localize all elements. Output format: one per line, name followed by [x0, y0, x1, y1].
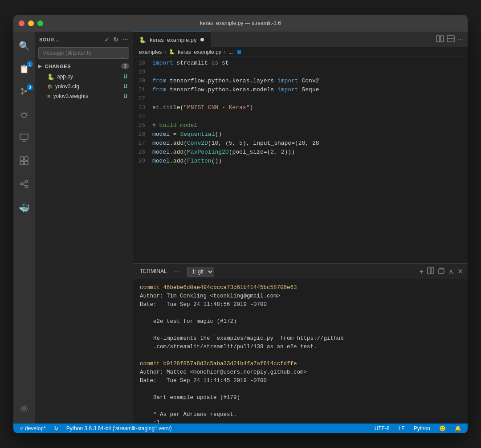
activity-item-remote[interactable] — [13, 128, 35, 149]
window-title: keras_example.py — streamlit-3.6 — [200, 20, 281, 26]
file-item-yolov3-cfg[interactable]: ⚙ yolov3.cfg U — [35, 81, 133, 91]
status-emoji[interactable]: 🙂 — [437, 425, 448, 432]
terminal-body[interactable]: commit 46bebe6d0ae494cbcca73d61bf1445bc5… — [133, 279, 468, 424]
terminal-instance-select[interactable]: 1: git — [187, 267, 214, 277]
file-status-app-py: U — [123, 73, 127, 80]
python-info: Python 3.6.3 64-bit ('streamlit-staging'… — [66, 425, 172, 432]
layout-icon[interactable] — [447, 35, 455, 45]
sidebar-header: SOUR... ✓ ↻ ··· — [35, 32, 133, 47]
terminal-tabs: TERMINAL ··· 1: git + — [133, 264, 468, 279]
code-line-19: 19 — [133, 68, 468, 77]
line-content-27: model.add(Conv2D(10, (5, 5), input_shape… — [152, 139, 319, 148]
tab-terminal[interactable]: TERMINAL — [137, 264, 170, 279]
commit1-blank2 — [140, 326, 461, 334]
terminal-panel: TERMINAL ··· 1: git + — [133, 263, 468, 424]
svg-point-20 — [20, 183, 23, 185]
line-number-22: 22 — [135, 94, 152, 103]
breadcrumb-file[interactable]: keras_example.py — [178, 49, 221, 55]
svg-point-0 — [21, 88, 24, 90]
status-sync[interactable]: ↻ — [52, 425, 60, 432]
svg-line-22 — [23, 182, 26, 183]
maximize-button[interactable] — [37, 20, 43, 26]
sync-icon: ↻ — [54, 425, 58, 432]
code-editor[interactable]: 18 import streamlit as st 19 20 from ten… — [133, 57, 468, 263]
status-python[interactable]: Python 3.6.3 64-bit ('streamlit-staging'… — [65, 425, 174, 432]
line-content-23: st.title("MNIST CNN - Keras") — [152, 103, 253, 112]
minimize-button[interactable] — [28, 20, 34, 26]
breadcrumb-examples[interactable]: examples — [139, 49, 162, 55]
add-terminal-icon[interactable]: + — [420, 268, 424, 276]
code-line-23: 23 st.title("MNIST CNN - Keras") — [133, 103, 468, 112]
code-line-28: 28 model.add(MaxPooling2D(pool_size=(2, … — [133, 148, 468, 157]
svg-line-4 — [23, 90, 25, 91]
refresh-icon[interactable]: ↻ — [113, 36, 119, 43]
split-terminal-icon[interactable] — [427, 267, 434, 276]
tab-keras-example[interactable]: 🐍 keras_example.py — [133, 32, 211, 47]
split-editor-icon[interactable] — [436, 35, 444, 45]
activity-item-extensions[interactable] — [13, 151, 35, 172]
svg-point-6 — [22, 113, 26, 118]
svg-point-19 — [26, 180, 28, 182]
main-layout: 🔍 📋 1 3 — [13, 32, 468, 424]
close-button[interactable] — [19, 20, 24, 26]
file-item-yolov3-weights[interactable]: ≡ yolov3.weights U — [35, 91, 133, 101]
encoding-value: UTF-8 — [375, 425, 390, 432]
line-number-21: 21 — [135, 86, 152, 94]
file-item-app-py[interactable]: 🐍 app.py U — [35, 72, 133, 81]
status-bell[interactable]: 🔔 — [453, 425, 463, 432]
delete-terminal-icon[interactable] — [438, 267, 445, 276]
activity-item-git-graph[interactable]: 3 — [13, 81, 35, 103]
commit1-msg1: e2e test for magic (#172) — [140, 318, 461, 326]
more-icon[interactable]: ··· — [122, 36, 128, 43]
line-number-28: 28 — [135, 148, 152, 157]
changes-section: ▶ CHANGES 3 🐍 app.py U — [35, 61, 133, 101]
line-number-24: 24 — [135, 112, 152, 121]
commit1-author: Author: Tim Conkling <tconkling@gmail.co… — [140, 292, 461, 301]
activity-bar: 🔍 📋 1 3 — [13, 32, 35, 424]
status-encoding[interactable]: UTF-8 — [373, 425, 391, 432]
changes-header[interactable]: ▶ CHANGES 3 — [35, 61, 133, 71]
editor-area: 🐍 keras_example.py — [133, 32, 468, 424]
activity-item-settings[interactable] — [13, 399, 35, 420]
monitor-icon — [19, 133, 29, 145]
branch-name: develop* — [25, 425, 46, 432]
git-graph-badge: 3 — [27, 84, 33, 90]
commit2-blank — [140, 385, 461, 394]
file-item-left: ⚙ yolov3.cfg — [47, 83, 79, 90]
svg-rect-30 — [431, 268, 434, 274]
activity-item-source-control[interactable]: 📋 1 — [13, 58, 35, 80]
svg-rect-26 — [440, 36, 444, 42]
code-line-29: 29 model.add(Flatten()) — [133, 157, 468, 166]
line-content-26: model = Sequential() — [152, 130, 222, 139]
file-icon: ≡ — [47, 93, 51, 100]
status-branch[interactable]: ⑂ develop* — [18, 425, 48, 432]
activity-item-share[interactable] — [13, 174, 35, 195]
chevron-up-icon[interactable]: ∧ — [448, 267, 454, 276]
commit1-msg3: .com/streamlit/streamlit/pull/138 as an … — [140, 343, 461, 351]
line-content-25: # build model — [152, 121, 197, 130]
status-language[interactable]: Python — [412, 425, 432, 432]
activity-item-search[interactable]: 🔍 — [13, 35, 35, 57]
checkmark-icon[interactable]: ✓ — [104, 36, 110, 43]
status-line-ending[interactable]: LF — [397, 425, 407, 432]
line-number-18: 18 — [135, 59, 152, 68]
close-terminal-icon[interactable]: ✕ — [457, 267, 463, 276]
commit-message-input[interactable] — [38, 47, 129, 59]
commit2-date: Date: Tue Sep 24 11:41:45 2019 -0700 — [140, 377, 461, 385]
activity-item-docker[interactable]: 🐳 — [13, 197, 35, 219]
code-line-25: 25 # build model — [133, 121, 468, 130]
more-actions-icon[interactable]: ··· — [457, 36, 463, 44]
breadcrumb-more[interactable]: ... — [228, 49, 233, 55]
window: keras_example.py — streamlit-3.6 🔍 📋 1 — [13, 15, 468, 433]
status-bar: ⑂ develop* ↻ Python 3.6.3 64-bit ('strea… — [13, 424, 468, 433]
status-right: UTF-8 LF Python 🙂 🔔 — [373, 425, 463, 432]
breadcrumb: examples › 🐍 keras_example.py › ... — [133, 47, 468, 57]
line-content-20: from tensorflow.python.keras.layers impo… — [152, 77, 319, 86]
activity-item-debug[interactable] — [13, 105, 35, 126]
file-item-left: 🐍 app.py — [47, 73, 73, 80]
line-number-25: 25 — [135, 121, 152, 130]
terminal-more-icon[interactable]: ··· — [174, 268, 180, 276]
file-status-yolov3-weights: U — [123, 93, 127, 99]
svg-rect-15 — [20, 157, 24, 160]
branch-icon: ⑂ — [20, 425, 23, 432]
